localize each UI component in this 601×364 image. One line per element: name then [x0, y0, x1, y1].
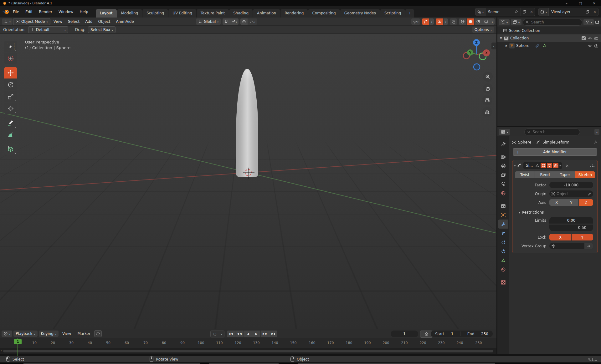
- view-menu[interactable]: View: [60, 331, 74, 336]
- tool-measure[interactable]: [4, 129, 17, 140]
- collapse-chevron-icon[interactable]: [514, 163, 516, 168]
- viewlayer-name[interactable]: ViewLayer: [551, 10, 571, 14]
- outliner-row-collection[interactable]: ▼ Collection: [497, 34, 601, 42]
- outliner-display-mode-button[interactable]: [511, 19, 521, 25]
- factor-field[interactable]: -10.000: [549, 182, 593, 188]
- deformed-sphere-object[interactable]: [236, 69, 258, 177]
- tab-uv-editing[interactable]: UV Editing: [168, 9, 196, 18]
- record-button[interactable]: ○: [211, 331, 219, 337]
- play-button[interactable]: ▶: [252, 331, 261, 337]
- menu-edit[interactable]: Edit: [22, 8, 36, 15]
- axis-y-button[interactable]: Y: [564, 199, 579, 206]
- scene-browse-button[interactable]: [475, 8, 485, 16]
- shading-material-button[interactable]: [475, 18, 482, 25]
- blender-logo-icon[interactable]: [3, 9, 10, 14]
- tab-geometry-nodes[interactable]: Geometry Nodes: [340, 9, 380, 18]
- show-gizmo-toggle[interactable]: [422, 18, 429, 25]
- shading-solid-button[interactable]: [467, 18, 475, 25]
- pin-icon[interactable]: [514, 10, 518, 14]
- modifier-name[interactable]: Si...: [526, 163, 533, 168]
- menu-add[interactable]: Add: [83, 19, 95, 24]
- keying-menu[interactable]: Keying: [39, 331, 59, 337]
- proportional-falloff-dropdown[interactable]: [248, 18, 257, 25]
- play-reverse-button[interactable]: ◀: [244, 331, 252, 337]
- realtime-display-toggle[interactable]: [547, 163, 552, 168]
- outliner-search[interactable]: [523, 19, 582, 26]
- tab-output[interactable]: [498, 161, 508, 170]
- method-taper[interactable]: Taper: [555, 171, 575, 178]
- on-cage-toggle-icon[interactable]: [535, 163, 540, 168]
- new-viewlayer-button[interactable]: [584, 8, 591, 16]
- pin-icon[interactable]: [593, 140, 597, 144]
- tab-scripting[interactable]: Scripting: [380, 9, 405, 18]
- viewlayer-browse-button[interactable]: [539, 8, 549, 16]
- menu-animaide[interactable]: AnimAide: [113, 19, 136, 24]
- xray-toggle[interactable]: [450, 18, 457, 25]
- limits-low-field[interactable]: 0.00: [549, 217, 593, 224]
- tab-material[interactable]: [498, 265, 508, 274]
- start-value[interactable]: 1: [451, 332, 454, 336]
- camera-view-button[interactable]: [482, 95, 492, 105]
- add-workspace-button[interactable]: +: [405, 9, 414, 18]
- toggle-ortho-button[interactable]: [482, 107, 492, 117]
- menu-view[interactable]: View: [51, 19, 65, 24]
- exclude-checkbox[interactable]: [582, 36, 586, 40]
- tool-annotate[interactable]: [4, 117, 17, 129]
- properties-options-dropdown[interactable]: [594, 129, 599, 135]
- eyedropper-icon[interactable]: [588, 192, 591, 196]
- drag-handle-icon[interactable]: [590, 164, 594, 167]
- invert-vertex-group-button[interactable]: ↔: [584, 243, 593, 249]
- menu-object[interactable]: Object: [95, 19, 113, 24]
- tool-select-box[interactable]: [4, 41, 17, 52]
- timeline-ruler[interactable]: 10 20 30 40 50 60 70 80 90 100 110 120 1…: [0, 338, 496, 348]
- tab-texture[interactable]: [498, 278, 508, 287]
- jump-to-start-button[interactable]: ▮◀: [227, 331, 235, 337]
- tab-object[interactable]: [498, 210, 508, 220]
- axis-x-button[interactable]: X: [549, 199, 564, 206]
- menu-window[interactable]: Window: [55, 8, 76, 15]
- tab-render[interactable]: [498, 152, 508, 161]
- zoom-button[interactable]: [483, 72, 493, 82]
- tab-object-data[interactable]: [498, 256, 508, 265]
- method-bend[interactable]: Bend: [535, 171, 555, 178]
- outliner-search-input[interactable]: [531, 20, 579, 25]
- timeline-editor-type-button[interactable]: [2, 331, 12, 337]
- tab-shading[interactable]: Shading: [229, 9, 253, 18]
- tab-view-layer[interactable]: [498, 170, 508, 179]
- drag-mode-dropdown[interactable]: Select Box: [88, 26, 116, 33]
- outliner-filter-button[interactable]: [583, 19, 594, 25]
- tab-collection[interactable]: [498, 201, 508, 210]
- extras-chevron-icon[interactable]: [559, 163, 561, 168]
- properties-search-input[interactable]: [532, 129, 577, 134]
- menu-render[interactable]: Render: [36, 8, 55, 15]
- options-dropdown[interactable]: Options: [472, 27, 494, 33]
- origin-field[interactable]: Object: [549, 190, 593, 197]
- tab-layout[interactable]: Layout: [96, 9, 117, 18]
- tool-add-primitive[interactable]: [4, 143, 17, 155]
- transform-orientation-dropdown[interactable]: Global: [196, 18, 221, 25]
- expand-chevron-icon[interactable]: ▼: [500, 37, 502, 40]
- auto-keying-toggle[interactable]: [94, 330, 102, 337]
- tab-texture-paint[interactable]: Texture Paint: [197, 9, 229, 18]
- method-stretch[interactable]: Stretch: [575, 171, 595, 178]
- shading-rendered-button[interactable]: [482, 18, 490, 25]
- gizmo-dropdown[interactable]: [429, 18, 434, 25]
- scene-name[interactable]: Scene: [488, 10, 500, 14]
- minimize-button[interactable]: –: [560, 0, 573, 6]
- tab-modifiers[interactable]: [498, 220, 508, 229]
- proportional-edit-toggle[interactable]: [240, 18, 248, 25]
- tab-physics[interactable]: [498, 238, 508, 247]
- menu-file[interactable]: File: [10, 8, 22, 15]
- tab-constraints[interactable]: [498, 247, 508, 256]
- marker-menu[interactable]: Marker: [75, 331, 93, 336]
- tab-animation[interactable]: Animation: [253, 9, 280, 18]
- tab-scene[interactable]: [498, 179, 508, 189]
- tab-sculpting[interactable]: Sculpting: [142, 9, 168, 18]
- snap-toggle[interactable]: [223, 18, 230, 25]
- tab-compositing[interactable]: Compositing: [308, 9, 340, 18]
- outliner-row-scene-collection[interactable]: Scene Collection: [497, 27, 601, 34]
- sidebar-collapse-arrow[interactable]: ‹: [491, 43, 496, 49]
- tool-orientation-dropdown[interactable]: Default: [28, 26, 68, 33]
- menu-select[interactable]: Select: [65, 19, 82, 24]
- breadcrumb-object[interactable]: Sphere: [518, 140, 531, 144]
